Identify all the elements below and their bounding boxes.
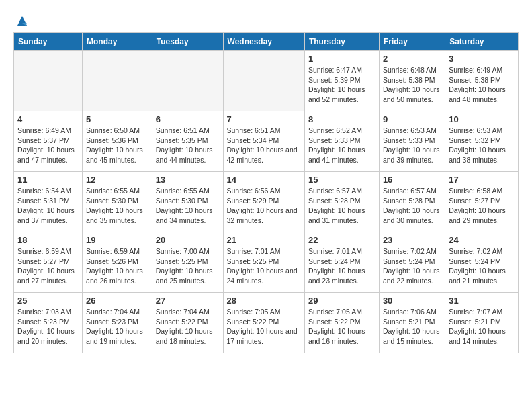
cell-info: Sunrise: 6:51 AM Sunset: 5:34 PM Dayligh… bbox=[227, 126, 301, 165]
cell-info: Sunrise: 6:49 AM Sunset: 5:37 PM Dayligh… bbox=[17, 126, 79, 165]
day-number: 1 bbox=[308, 54, 375, 64]
day-header-thursday: Thursday bbox=[304, 33, 379, 51]
calendar-cell-empty bbox=[14, 51, 83, 111]
cell-info: Sunrise: 6:53 AM Sunset: 5:33 PM Dayligh… bbox=[383, 126, 441, 165]
day-number: 27 bbox=[156, 295, 220, 306]
day-number: 14 bbox=[227, 175, 301, 185]
calendar-cell-21: 21Sunrise: 7:01 AM Sunset: 5:25 PM Dayli… bbox=[223, 232, 304, 293]
calendar-cell-5: 5Sunrise: 6:50 AM Sunset: 5:36 PM Daylig… bbox=[83, 111, 152, 172]
logo bbox=[13, 13, 30, 26]
calendar-cell-28: 28Sunrise: 7:05 AM Sunset: 5:22 PM Dayli… bbox=[223, 293, 304, 353]
day-number: 31 bbox=[449, 295, 515, 306]
cell-info: Sunrise: 6:53 AM Sunset: 5:32 PM Dayligh… bbox=[449, 126, 515, 165]
cell-info: Sunrise: 6:48 AM Sunset: 5:38 PM Dayligh… bbox=[383, 65, 441, 105]
day-number: 12 bbox=[86, 175, 148, 185]
day-number: 30 bbox=[383, 295, 441, 306]
calendar-cell-14: 14Sunrise: 6:56 AM Sunset: 5:29 PM Dayli… bbox=[223, 172, 304, 232]
cell-info: Sunrise: 6:54 AM Sunset: 5:31 PM Dayligh… bbox=[17, 186, 79, 226]
calendar-cell-18: 18Sunrise: 6:59 AM Sunset: 5:27 PM Dayli… bbox=[14, 232, 83, 293]
cell-info: Sunrise: 6:59 AM Sunset: 5:27 PM Dayligh… bbox=[17, 246, 79, 286]
calendar-cell-2: 2Sunrise: 6:48 AM Sunset: 5:38 PM Daylig… bbox=[379, 51, 445, 111]
day-number: 28 bbox=[227, 295, 301, 306]
cell-info: Sunrise: 7:05 AM Sunset: 5:22 PM Dayligh… bbox=[308, 307, 375, 347]
cell-info: Sunrise: 6:55 AM Sunset: 5:30 PM Dayligh… bbox=[156, 186, 220, 226]
day-number: 24 bbox=[449, 235, 515, 245]
day-number: 2 bbox=[383, 54, 441, 64]
day-number: 11 bbox=[17, 175, 79, 185]
calendar-cell-empty bbox=[152, 51, 223, 111]
day-header-saturday: Saturday bbox=[445, 33, 519, 51]
calendar-cell-8: 8Sunrise: 6:52 AM Sunset: 5:33 PM Daylig… bbox=[304, 111, 379, 172]
cell-info: Sunrise: 7:07 AM Sunset: 5:21 PM Dayligh… bbox=[449, 307, 515, 347]
day-number: 4 bbox=[17, 114, 79, 124]
day-number: 13 bbox=[156, 175, 220, 185]
calendar-cell-23: 23Sunrise: 7:02 AM Sunset: 5:24 PM Dayli… bbox=[379, 232, 445, 293]
calendar-cell-13: 13Sunrise: 6:55 AM Sunset: 5:30 PM Dayli… bbox=[152, 172, 223, 232]
day-number: 10 bbox=[449, 114, 515, 124]
calendar-cell-15: 15Sunrise: 6:57 AM Sunset: 5:28 PM Dayli… bbox=[304, 172, 379, 232]
day-number: 26 bbox=[86, 295, 148, 306]
cell-info: Sunrise: 6:59 AM Sunset: 5:26 PM Dayligh… bbox=[86, 246, 148, 286]
cell-info: Sunrise: 7:04 AM Sunset: 5:22 PM Dayligh… bbox=[156, 307, 220, 347]
cell-info: Sunrise: 6:51 AM Sunset: 5:35 PM Dayligh… bbox=[156, 126, 220, 165]
logo-icon bbox=[15, 13, 30, 28]
day-number: 25 bbox=[17, 295, 79, 306]
cell-info: Sunrise: 6:57 AM Sunset: 5:28 PM Dayligh… bbox=[308, 186, 375, 226]
calendar-cell-25: 25Sunrise: 7:03 AM Sunset: 5:23 PM Dayli… bbox=[14, 293, 83, 353]
day-number: 15 bbox=[308, 175, 375, 185]
day-number: 19 bbox=[86, 235, 148, 245]
calendar-cell-20: 20Sunrise: 7:00 AM Sunset: 5:25 PM Dayli… bbox=[152, 232, 223, 293]
cell-info: Sunrise: 6:57 AM Sunset: 5:28 PM Dayligh… bbox=[383, 186, 441, 226]
calendar-cell-9: 9Sunrise: 6:53 AM Sunset: 5:33 PM Daylig… bbox=[379, 111, 445, 172]
calendar-cell-12: 12Sunrise: 6:55 AM Sunset: 5:30 PM Dayli… bbox=[83, 172, 152, 232]
cell-info: Sunrise: 6:47 AM Sunset: 5:39 PM Dayligh… bbox=[308, 65, 375, 105]
cell-info: Sunrise: 7:06 AM Sunset: 5:21 PM Dayligh… bbox=[383, 307, 441, 347]
day-header-wednesday: Wednesday bbox=[223, 33, 304, 51]
calendar-cell-26: 26Sunrise: 7:04 AM Sunset: 5:23 PM Dayli… bbox=[83, 293, 152, 353]
day-number: 8 bbox=[308, 114, 375, 124]
cell-info: Sunrise: 6:55 AM Sunset: 5:30 PM Dayligh… bbox=[86, 186, 148, 226]
calendar-cell-24: 24Sunrise: 7:02 AM Sunset: 5:24 PM Dayli… bbox=[445, 232, 519, 293]
day-header-sunday: Sunday bbox=[14, 33, 83, 51]
cell-info: Sunrise: 6:52 AM Sunset: 5:33 PM Dayligh… bbox=[308, 126, 375, 165]
calendar-cell-29: 29Sunrise: 7:05 AM Sunset: 5:22 PM Dayli… bbox=[304, 293, 379, 353]
cell-info: Sunrise: 7:04 AM Sunset: 5:23 PM Dayligh… bbox=[86, 307, 148, 347]
day-number: 9 bbox=[383, 114, 441, 124]
cell-info: Sunrise: 6:56 AM Sunset: 5:29 PM Dayligh… bbox=[227, 186, 301, 226]
day-number: 21 bbox=[227, 235, 301, 245]
calendar-cell-4: 4Sunrise: 6:49 AM Sunset: 5:37 PM Daylig… bbox=[14, 111, 83, 172]
day-number: 16 bbox=[383, 175, 441, 185]
day-number: 7 bbox=[227, 114, 301, 124]
day-number: 6 bbox=[156, 114, 220, 124]
calendar-cell-6: 6Sunrise: 6:51 AM Sunset: 5:35 PM Daylig… bbox=[152, 111, 223, 172]
day-number: 3 bbox=[449, 54, 515, 64]
calendar-cell-1: 1Sunrise: 6:47 AM Sunset: 5:39 PM Daylig… bbox=[304, 51, 379, 111]
cell-info: Sunrise: 6:58 AM Sunset: 5:27 PM Dayligh… bbox=[449, 186, 515, 226]
page-header bbox=[13, 13, 519, 26]
day-header-monday: Monday bbox=[83, 33, 152, 51]
calendar-cell-7: 7Sunrise: 6:51 AM Sunset: 5:34 PM Daylig… bbox=[223, 111, 304, 172]
cell-info: Sunrise: 7:03 AM Sunset: 5:23 PM Dayligh… bbox=[17, 307, 79, 347]
cell-info: Sunrise: 7:02 AM Sunset: 5:24 PM Dayligh… bbox=[383, 246, 441, 286]
calendar-cell-16: 16Sunrise: 6:57 AM Sunset: 5:28 PM Dayli… bbox=[379, 172, 445, 232]
calendar-cell-empty bbox=[223, 51, 304, 111]
day-header-friday: Friday bbox=[379, 33, 445, 51]
day-header-tuesday: Tuesday bbox=[152, 33, 223, 51]
calendar-table: SundayMondayTuesdayWednesdayThursdayFrid… bbox=[13, 32, 519, 353]
calendar-cell-31: 31Sunrise: 7:07 AM Sunset: 5:21 PM Dayli… bbox=[445, 293, 519, 353]
day-number: 18 bbox=[17, 235, 79, 245]
day-number: 20 bbox=[156, 235, 220, 245]
day-number: 23 bbox=[383, 235, 441, 245]
calendar-cell-22: 22Sunrise: 7:01 AM Sunset: 5:24 PM Dayli… bbox=[304, 232, 379, 293]
calendar-cell-30: 30Sunrise: 7:06 AM Sunset: 5:21 PM Dayli… bbox=[379, 293, 445, 353]
day-number: 5 bbox=[86, 114, 148, 124]
cell-info: Sunrise: 7:05 AM Sunset: 5:22 PM Dayligh… bbox=[227, 307, 301, 347]
calendar-cell-3: 3Sunrise: 6:49 AM Sunset: 5:38 PM Daylig… bbox=[445, 51, 519, 111]
calendar-cell-10: 10Sunrise: 6:53 AM Sunset: 5:32 PM Dayli… bbox=[445, 111, 519, 172]
day-number: 29 bbox=[308, 295, 375, 306]
cell-info: Sunrise: 7:01 AM Sunset: 5:24 PM Dayligh… bbox=[308, 246, 375, 286]
cell-info: Sunrise: 7:02 AM Sunset: 5:24 PM Dayligh… bbox=[449, 246, 515, 286]
cell-info: Sunrise: 6:50 AM Sunset: 5:36 PM Dayligh… bbox=[86, 126, 148, 165]
calendar-cell-11: 11Sunrise: 6:54 AM Sunset: 5:31 PM Dayli… bbox=[14, 172, 83, 232]
calendar-cell-17: 17Sunrise: 6:58 AM Sunset: 5:27 PM Dayli… bbox=[445, 172, 519, 232]
